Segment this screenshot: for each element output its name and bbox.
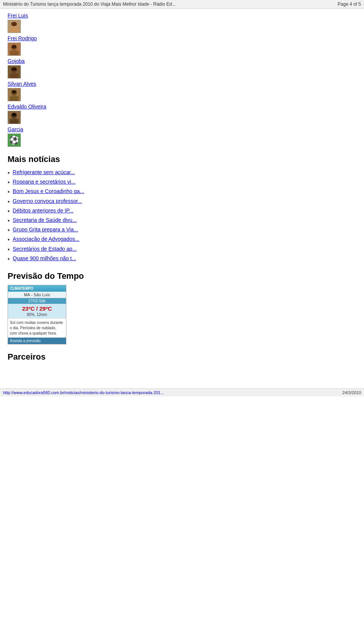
svg-rect-2 <box>10 28 19 33</box>
avatar-face-frei-luis <box>8 20 20 33</box>
avatar-face-gojoba <box>8 66 20 78</box>
avatar-edvaldo-oliveira <box>8 111 21 124</box>
avatar-frei-rodrigo <box>8 42 21 56</box>
avatar-face-silvan-alves <box>8 88 20 101</box>
weather-widget: CLIMATEMPO MA - São Luís 27/03 Sáb 23ºC … <box>8 285 66 344</box>
person-link-edvaldo-oliveira[interactable]: Edvaldo Oliveira <box>8 104 46 110</box>
list-item: Grupo Grita prepara a Via... <box>8 225 356 235</box>
person-link-frei-luis[interactable]: Frei Luis <box>8 13 28 19</box>
weather-conditions: 80%, 12mm <box>8 313 66 318</box>
svg-rect-14 <box>10 119 19 124</box>
avatar-frei-luis <box>8 20 21 33</box>
main-content: Frei Luis Frei Rodrigo <box>0 9 364 373</box>
news-link-9[interactable]: Quase 900 milhões não t... <box>13 255 76 261</box>
person-entry-silvan-alves: Silvan Alves <box>8 81 356 101</box>
previsao-title: Previsão do Tempo <box>8 271 356 281</box>
list-item: Débitos anteriores de IP... <box>8 206 356 216</box>
news-link-2[interactable]: Bom Jesus e Coroadinho ga... <box>13 188 84 194</box>
top-bar: Ministério do Turismo lança temporada 20… <box>0 0 364 9</box>
list-item: Bom Jesus e Coroadinho ga... <box>8 187 356 196</box>
person-entry-gojoba: Gojoba <box>8 58 356 79</box>
avatar-garcia: ⚽ <box>8 134 21 147</box>
weather-header: CLIMATEMPO <box>8 285 66 292</box>
news-link-8[interactable]: Secretários de Estado ap... <box>13 246 77 252</box>
person-entry-garcia: Garcia ⚽ <box>8 126 356 147</box>
news-link-3[interactable]: Governo convoca professor... <box>13 198 82 204</box>
news-link-0[interactable]: Refrigerante sem açúcar... <box>13 169 75 175</box>
news-list: Refrigerante sem açúcar... Roseana e sec… <box>8 168 356 264</box>
news-link-5[interactable]: Secretaria de Saúde divu... <box>13 217 77 223</box>
weather-brand: CLIMATEMPO <box>10 286 33 291</box>
list-item: Associação de Advogados... <box>8 235 356 244</box>
parceiros-section: Parceiros <box>8 352 356 362</box>
list-item: Quase 900 milhões não t... <box>8 254 356 264</box>
news-link-7[interactable]: Associação de Advogados... <box>13 236 80 242</box>
svg-rect-11 <box>10 96 19 101</box>
person-entry-frei-luis: Frei Luis <box>8 13 356 33</box>
mais-noticias-section: Mais notícias Refrigerante sem açúcar...… <box>8 154 356 264</box>
person-link-frei-rodrigo[interactable]: Frei Rodrigo <box>8 35 37 41</box>
list-item: Refrigerante sem açúcar... <box>8 168 356 178</box>
svg-point-1 <box>11 22 17 26</box>
news-link-6[interactable]: Grupo Grita prepara a Via... <box>13 226 78 233</box>
list-item: Secretários de Estado ap... <box>8 245 356 254</box>
weather-description: Sol com muitas nuvens durante o dia. Per… <box>8 318 66 338</box>
svg-rect-8 <box>10 74 19 78</box>
svg-rect-5 <box>10 51 19 55</box>
bottom-bar: http://www.educadora560.com.br/noticias/… <box>0 388 364 396</box>
news-link-4[interactable]: Débitos anteriores de IP... <box>13 207 74 214</box>
list-item: Governo convoca professor... <box>8 197 356 206</box>
svg-point-10 <box>11 90 16 94</box>
list-item: Secretaria de Saúde divu... <box>8 216 356 225</box>
person-link-garcia[interactable]: Garcia <box>8 126 23 132</box>
weather-footer-button[interactable]: Assista a previsão <box>8 338 66 344</box>
mais-noticias-title: Mais notícias <box>8 154 356 164</box>
previsao-section: Previsão do Tempo CLIMATEMPO MA - São Lu… <box>8 271 356 344</box>
avatar-face-frei-rodrigo <box>8 43 20 55</box>
news-link-1[interactable]: Roseana e secretários vi... <box>13 179 76 185</box>
avatar-silvan-alves <box>8 88 21 101</box>
person-entry-frei-rodrigo: Frei Rodrigo <box>8 35 356 56</box>
parceiros-title: Parceiros <box>8 352 356 362</box>
page-title: Ministério do Turismo lança temporada 20… <box>3 2 176 7</box>
person-link-silvan-alves[interactable]: Silvan Alves <box>8 81 36 87</box>
bottom-url: http://www.educadora560.com.br/noticias/… <box>3 390 164 395</box>
weather-location: MA - São Luís <box>8 292 66 298</box>
weather-temp: 23ºC / 29ºC <box>8 304 66 313</box>
weather-date: 27/03 Sáb <box>8 298 66 304</box>
person-link-gojoba[interactable]: Gojoba <box>8 58 25 64</box>
avatar-gojoba <box>8 65 21 79</box>
list-item: Roseana e secretários vi... <box>8 178 356 187</box>
persons-list: Frei Luis Frei Rodrigo <box>8 13 356 147</box>
page-info: Page 4 of 5 <box>338 2 361 7</box>
avatar-face-edvaldo-oliveira <box>8 111 20 124</box>
person-entry-edvaldo-oliveira: Edvaldo Oliveira <box>8 104 356 124</box>
bottom-date: 24/3/2010 <box>342 390 361 395</box>
svg-point-13 <box>11 113 16 116</box>
svg-point-7 <box>11 68 17 71</box>
svg-point-4 <box>11 45 16 49</box>
